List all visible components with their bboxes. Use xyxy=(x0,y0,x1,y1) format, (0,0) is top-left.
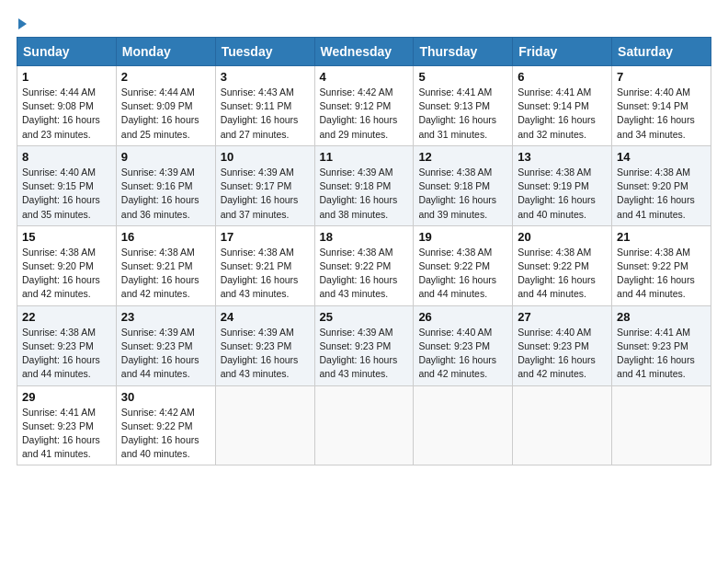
calendar-day-cell: 20Sunrise: 4:38 AM Sunset: 9:22 PM Dayli… xyxy=(513,225,612,305)
calendar-day-cell: 6Sunrise: 4:41 AM Sunset: 9:14 PM Daylig… xyxy=(513,66,612,146)
day-info: Sunrise: 4:42 AM Sunset: 9:12 PM Dayligh… xyxy=(320,86,409,142)
day-number: 30 xyxy=(121,390,210,404)
day-number: 22 xyxy=(22,310,111,324)
day-number: 8 xyxy=(22,150,111,164)
day-number: 13 xyxy=(518,150,607,164)
day-info: Sunrise: 4:38 AM Sunset: 9:21 PM Dayligh… xyxy=(121,246,210,302)
day-number: 29 xyxy=(22,390,111,404)
calendar-week-row: 1Sunrise: 4:44 AM Sunset: 9:08 PM Daylig… xyxy=(17,66,711,146)
day-number: 24 xyxy=(221,310,310,324)
day-info: Sunrise: 4:44 AM Sunset: 9:08 PM Dayligh… xyxy=(22,86,111,142)
calendar-day-cell: 22Sunrise: 4:38 AM Sunset: 9:23 PM Dayli… xyxy=(17,305,117,385)
calendar-day-cell: 15Sunrise: 4:38 AM Sunset: 9:20 PM Dayli… xyxy=(17,225,117,305)
day-info: Sunrise: 4:40 AM Sunset: 9:23 PM Dayligh… xyxy=(418,326,507,382)
calendar-day-cell: 19Sunrise: 4:38 AM Sunset: 9:22 PM Dayli… xyxy=(414,225,513,305)
day-info: Sunrise: 4:38 AM Sunset: 9:19 PM Dayligh… xyxy=(518,166,607,222)
day-number: 12 xyxy=(418,150,507,164)
day-info: Sunrise: 4:40 AM Sunset: 9:23 PM Dayligh… xyxy=(518,326,607,382)
day-number: 17 xyxy=(221,230,310,244)
day-number: 26 xyxy=(418,310,507,324)
calendar-day-cell: 17Sunrise: 4:38 AM Sunset: 9:21 PM Dayli… xyxy=(215,225,314,305)
day-info: Sunrise: 4:38 AM Sunset: 9:21 PM Dayligh… xyxy=(221,246,310,302)
calendar-day-cell: 23Sunrise: 4:39 AM Sunset: 9:23 PM Dayli… xyxy=(116,305,215,385)
calendar-header-row: SundayMondayTuesdayWednesdayThursdayFrid… xyxy=(17,38,711,66)
day-info: Sunrise: 4:39 AM Sunset: 9:17 PM Dayligh… xyxy=(221,166,310,222)
day-info: Sunrise: 4:38 AM Sunset: 9:22 PM Dayligh… xyxy=(617,246,706,302)
day-info: Sunrise: 4:41 AM Sunset: 9:23 PM Dayligh… xyxy=(22,406,111,462)
calendar-header-sunday: Sunday xyxy=(17,38,117,66)
calendar-day-cell: 18Sunrise: 4:38 AM Sunset: 9:22 PM Dayli… xyxy=(314,225,414,305)
calendar-header-thursday: Thursday xyxy=(414,38,513,66)
day-info: Sunrise: 4:38 AM Sunset: 9:22 PM Dayligh… xyxy=(320,246,409,302)
day-info: Sunrise: 4:44 AM Sunset: 9:09 PM Dayligh… xyxy=(121,86,210,142)
day-number: 4 xyxy=(320,70,409,84)
calendar-day-cell: 14Sunrise: 4:38 AM Sunset: 9:20 PM Dayli… xyxy=(612,145,711,225)
calendar-day-cell: 29Sunrise: 4:41 AM Sunset: 9:23 PM Dayli… xyxy=(17,385,117,465)
day-number: 6 xyxy=(518,70,607,84)
day-number: 16 xyxy=(121,230,210,244)
day-number: 9 xyxy=(121,150,210,164)
calendar-day-cell: 26Sunrise: 4:40 AM Sunset: 9:23 PM Dayli… xyxy=(414,305,513,385)
day-info: Sunrise: 4:38 AM Sunset: 9:18 PM Dayligh… xyxy=(418,166,507,222)
page: SundayMondayTuesdayWednesdayThursdayFrid… xyxy=(0,0,728,475)
day-number: 19 xyxy=(418,230,507,244)
day-number: 21 xyxy=(617,230,706,244)
calendar-day-cell: 7Sunrise: 4:40 AM Sunset: 9:14 PM Daylig… xyxy=(612,66,711,146)
calendar-day-cell: 21Sunrise: 4:38 AM Sunset: 9:22 PM Dayli… xyxy=(612,225,711,305)
calendar-day-cell: 1Sunrise: 4:44 AM Sunset: 9:08 PM Daylig… xyxy=(17,66,117,146)
day-info: Sunrise: 4:42 AM Sunset: 9:22 PM Dayligh… xyxy=(121,406,210,462)
day-number: 14 xyxy=(617,150,706,164)
calendar-week-row: 29Sunrise: 4:41 AM Sunset: 9:23 PM Dayli… xyxy=(17,385,711,465)
calendar-day-cell: 5Sunrise: 4:41 AM Sunset: 9:13 PM Daylig… xyxy=(414,66,513,146)
calendar-week-row: 22Sunrise: 4:38 AM Sunset: 9:23 PM Dayli… xyxy=(17,305,711,385)
calendar-day-cell: 11Sunrise: 4:39 AM Sunset: 9:18 PM Dayli… xyxy=(314,145,414,225)
calendar-day-cell: 10Sunrise: 4:39 AM Sunset: 9:17 PM Dayli… xyxy=(215,145,314,225)
logo-text xyxy=(17,17,27,29)
calendar-day-cell xyxy=(414,385,513,465)
calendar-header-friday: Friday xyxy=(513,38,612,66)
day-number: 7 xyxy=(617,70,706,84)
calendar-day-cell: 3Sunrise: 4:43 AM Sunset: 9:11 PM Daylig… xyxy=(215,66,314,146)
day-info: Sunrise: 4:39 AM Sunset: 9:23 PM Dayligh… xyxy=(221,326,310,382)
calendar-day-cell: 9Sunrise: 4:39 AM Sunset: 9:16 PM Daylig… xyxy=(116,145,215,225)
header xyxy=(17,17,711,29)
day-number: 18 xyxy=(320,230,409,244)
calendar-table: SundayMondayTuesdayWednesdayThursdayFrid… xyxy=(17,37,711,465)
calendar-day-cell: 16Sunrise: 4:38 AM Sunset: 9:21 PM Dayli… xyxy=(116,225,215,305)
calendar-week-row: 8Sunrise: 4:40 AM Sunset: 9:15 PM Daylig… xyxy=(17,145,711,225)
calendar-day-cell: 8Sunrise: 4:40 AM Sunset: 9:15 PM Daylig… xyxy=(17,145,117,225)
calendar-header-wednesday: Wednesday xyxy=(314,38,414,66)
day-info: Sunrise: 4:39 AM Sunset: 9:23 PM Dayligh… xyxy=(320,326,409,382)
calendar-day-cell: 13Sunrise: 4:38 AM Sunset: 9:19 PM Dayli… xyxy=(513,145,612,225)
calendar-day-cell: 28Sunrise: 4:41 AM Sunset: 9:23 PM Dayli… xyxy=(612,305,711,385)
logo-arrow-icon xyxy=(18,18,27,29)
calendar-day-cell: 25Sunrise: 4:39 AM Sunset: 9:23 PM Dayli… xyxy=(314,305,414,385)
calendar-header-saturday: Saturday xyxy=(612,38,711,66)
calendar-header-tuesday: Tuesday xyxy=(215,38,314,66)
calendar-week-row: 15Sunrise: 4:38 AM Sunset: 9:20 PM Dayli… xyxy=(17,225,711,305)
day-number: 10 xyxy=(221,150,310,164)
calendar-day-cell: 30Sunrise: 4:42 AM Sunset: 9:22 PM Dayli… xyxy=(116,385,215,465)
day-info: Sunrise: 4:39 AM Sunset: 9:18 PM Dayligh… xyxy=(320,166,409,222)
day-info: Sunrise: 4:40 AM Sunset: 9:14 PM Dayligh… xyxy=(617,86,706,142)
calendar-day-cell: 2Sunrise: 4:44 AM Sunset: 9:09 PM Daylig… xyxy=(116,66,215,146)
day-number: 27 xyxy=(518,310,607,324)
day-info: Sunrise: 4:41 AM Sunset: 9:23 PM Dayligh… xyxy=(617,326,706,382)
calendar-day-cell: 4Sunrise: 4:42 AM Sunset: 9:12 PM Daylig… xyxy=(314,66,414,146)
day-info: Sunrise: 4:40 AM Sunset: 9:15 PM Dayligh… xyxy=(22,166,111,222)
day-number: 5 xyxy=(418,70,507,84)
calendar-header-monday: Monday xyxy=(116,38,215,66)
day-info: Sunrise: 4:39 AM Sunset: 9:16 PM Dayligh… xyxy=(121,166,210,222)
day-info: Sunrise: 4:38 AM Sunset: 9:20 PM Dayligh… xyxy=(617,166,706,222)
calendar-day-cell: 24Sunrise: 4:39 AM Sunset: 9:23 PM Dayli… xyxy=(215,305,314,385)
calendar-day-cell xyxy=(612,385,711,465)
day-info: Sunrise: 4:43 AM Sunset: 9:11 PM Dayligh… xyxy=(221,86,310,142)
day-number: 2 xyxy=(121,70,210,84)
logo xyxy=(17,17,27,29)
day-number: 25 xyxy=(320,310,409,324)
calendar-day-cell xyxy=(513,385,612,465)
day-number: 11 xyxy=(320,150,409,164)
day-number: 1 xyxy=(22,70,111,84)
calendar-day-cell: 27Sunrise: 4:40 AM Sunset: 9:23 PM Dayli… xyxy=(513,305,612,385)
day-info: Sunrise: 4:41 AM Sunset: 9:14 PM Dayligh… xyxy=(518,86,607,142)
